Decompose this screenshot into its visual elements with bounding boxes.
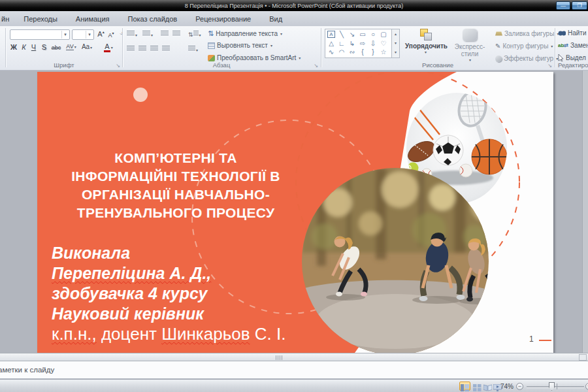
align-justify-icon <box>162 46 170 52</box>
shape-scribble-icon[interactable]: ∿ <box>326 48 336 56</box>
author-line: к.п.н., доцент Шинкарьов С. І. <box>52 324 339 344</box>
font-size-combobox[interactable]: ▾ <box>72 29 94 40</box>
normal-view-button[interactable] <box>459 382 470 391</box>
author-line: здобувачка 4 курсу <box>52 284 339 304</box>
decrease-indent-button[interactable] <box>161 31 169 38</box>
indent-decrease-icon <box>161 31 169 37</box>
grow-font-button[interactable]: A▴ <box>96 29 106 38</box>
shape-elbow-connector-icon[interactable]: ∟ <box>336 39 347 48</box>
tab-transitions[interactable]: Переходы <box>14 12 67 26</box>
italic-button[interactable]: К <box>20 43 28 51</box>
columns-button[interactable]: ▾ <box>188 46 198 53</box>
shape-right-brace-icon[interactable]: } <box>368 48 378 56</box>
shape-star-icon[interactable]: ☆ <box>378 48 389 56</box>
zoom-slider-thumb[interactable] <box>549 382 555 391</box>
dialog-launcher-icon[interactable]: ↘ <box>314 63 318 69</box>
slide-page-number: 1 <box>529 335 534 344</box>
author-line: Виконала <box>52 243 339 263</box>
align-center-button[interactable] <box>139 46 146 53</box>
increase-indent-button[interactable] <box>172 31 180 38</box>
slide-author-block[interactable]: Виконала Перепеліцина А. Д., здобувачка … <box>52 243 339 344</box>
align-text-button[interactable]: Выровнять текст▾ <box>208 42 272 49</box>
quick-styles-icon <box>463 29 477 41</box>
bold-button[interactable]: Ж <box>9 43 18 51</box>
drawing-group: A ╲ ↘ ▭ ○ ▢ △ ∟ ↳ ⇨ ⇩ ♡ ∿ ◠ ∾ { } ☆ ▴▾▾ <box>321 26 554 70</box>
line-spacing-button[interactable]: ⇅▾ <box>188 31 201 38</box>
shape-right-arrow-icon[interactable]: ⇨ <box>357 39 368 48</box>
shape-left-brace-icon[interactable]: { <box>357 48 368 56</box>
shape-rounded-rectangle-icon[interactable]: ▢ <box>378 30 389 39</box>
font-group-label: Шрифт <box>6 61 122 69</box>
text-shadow-button[interactable]: S <box>40 43 48 51</box>
ribbon: ▾ ▾ A▴ A▾ ⍻ Ж К Ч S abc AV▾ Aa▾ A▾ Шрифт… <box>0 26 588 71</box>
vertical-scrollbar[interactable] <box>582 71 588 353</box>
shape-outline-button[interactable]: ✎ Контур фигуры▾ <box>495 42 553 50</box>
zoom-in-button[interactable]: + <box>585 383 588 390</box>
title-line: КОМП’ЮТЕРНІ ТА <box>49 149 302 167</box>
shape-heart-icon[interactable]: ♡ <box>378 39 389 48</box>
shape-oval-icon[interactable]: ○ <box>368 30 378 39</box>
tab-review[interactable]: Рецензирование <box>186 12 260 26</box>
arrange-icon <box>419 29 432 41</box>
slide[interactable]: КОМП’ЮТЕРНІ ТА ІНФОРМАЦІЙНІ ТЕХНОЛОГІЇ В… <box>37 72 553 353</box>
zoom-out-button[interactable]: − <box>516 383 523 390</box>
convert-smartart-button[interactable]: Преобразовать в SmartArt▾ <box>208 54 301 61</box>
numbered-list-icon <box>142 31 150 37</box>
bullet-list-icon <box>127 31 135 37</box>
zoom-slider-tick <box>557 384 557 389</box>
scrollbar-grip[interactable] <box>276 355 282 360</box>
minimize-button[interactable]: — <box>556 1 570 10</box>
zoom-slider-track[interactable] <box>527 386 584 387</box>
paint-bucket-icon <box>495 31 502 37</box>
shape-rectangle-icon[interactable]: ▭ <box>357 30 368 39</box>
shape-arc-icon[interactable]: ◠ <box>336 48 347 56</box>
font-name-combobox[interactable]: ▾ <box>10 29 70 40</box>
chevron-down-icon[interactable]: ▾ <box>86 31 93 39</box>
align-left-button[interactable] <box>127 46 135 53</box>
horizontal-scrollbar[interactable] <box>0 353 588 361</box>
shape-curve-icon[interactable]: ∾ <box>347 48 357 56</box>
numbering-button[interactable]: ▾ <box>142 31 153 38</box>
slide-title[interactable]: КОМП’ЮТЕРНІ ТА ІНФОРМАЦІЙНІ ТЕХНОЛОГІЇ В… <box>49 149 302 222</box>
change-case-button[interactable]: Aa▾ <box>80 43 94 50</box>
text-direction-button[interactable]: ⇅ Направление текста▾ <box>208 29 282 38</box>
select-button[interactable]: Выдел <box>558 54 586 61</box>
underline-button[interactable]: Ч <box>29 43 38 51</box>
font-color-button[interactable]: A▾ <box>101 42 116 50</box>
dialog-launcher-icon[interactable]: ↘ <box>547 63 552 69</box>
ribbon-tab-row: йн Переходы Анимация Показ слайдов Рецен… <box>0 11 588 26</box>
cursor-icon <box>558 54 564 61</box>
tab-design-partial[interactable]: йн <box>0 12 14 26</box>
shape-down-arrow-icon[interactable]: ⇩ <box>368 39 378 48</box>
slide-sorter-view-button[interactable] <box>472 382 483 391</box>
shape-fill-button[interactable]: Заливка фигуры▾ <box>495 30 559 37</box>
strikethrough-button[interactable]: abc <box>50 44 63 51</box>
tab-slideshow[interactable]: Показ слайдов <box>118 12 186 26</box>
chevron-down-icon[interactable]: ▾ <box>61 31 69 39</box>
replace-button[interactable]: ab⇄ Замен <box>558 42 588 49</box>
shapes-gallery: A ╲ ↘ ▭ ○ ▢ △ ∟ ↳ ⇨ ⇩ ♡ ∿ ◠ ∾ { } ☆ <box>325 29 392 58</box>
shape-text-box-icon[interactable]: A <box>326 30 336 39</box>
tab-view[interactable]: Вид <box>260 12 291 26</box>
title-line: ТРЕНУВАЛЬНОГО ПРОЦЕСУ <box>49 204 302 222</box>
restore-button[interactable]: ❐ <box>572 1 587 10</box>
tab-animation[interactable]: Анимация <box>67 12 119 26</box>
shape-elbow-arrow-icon[interactable]: ↳ <box>347 39 357 48</box>
dialog-launcher-icon[interactable]: ↘ <box>116 63 120 69</box>
align-justify-button[interactable] <box>162 46 170 53</box>
bullets-button[interactable]: ▾ <box>127 31 137 38</box>
shrink-font-button[interactable]: A▾ <box>106 31 116 39</box>
shape-triangle-icon[interactable]: △ <box>326 39 336 48</box>
notes-pane[interactable]: аметки к слайду <box>0 361 588 379</box>
title-line: ОРГАНІЗАЦІЇ НАВЧАЛЬНО- <box>49 186 302 204</box>
quick-styles-button[interactable]: Экспресс-стили ▾ <box>447 29 493 62</box>
arrange-button[interactable]: Упорядочить ▾ <box>405 29 446 54</box>
shape-line-icon[interactable]: ╲ <box>336 30 347 39</box>
find-button[interactable]: Найти <box>558 29 587 37</box>
align-right-button[interactable] <box>150 46 158 53</box>
normal-view-icon <box>461 384 469 391</box>
shape-arrow-icon[interactable]: ↘ <box>347 30 357 39</box>
shapes-gallery-scroll[interactable]: ▴▾▾ <box>392 29 400 58</box>
character-spacing-button[interactable]: AV▾ <box>64 43 78 50</box>
drawing-group-label: Рисование <box>321 61 554 69</box>
